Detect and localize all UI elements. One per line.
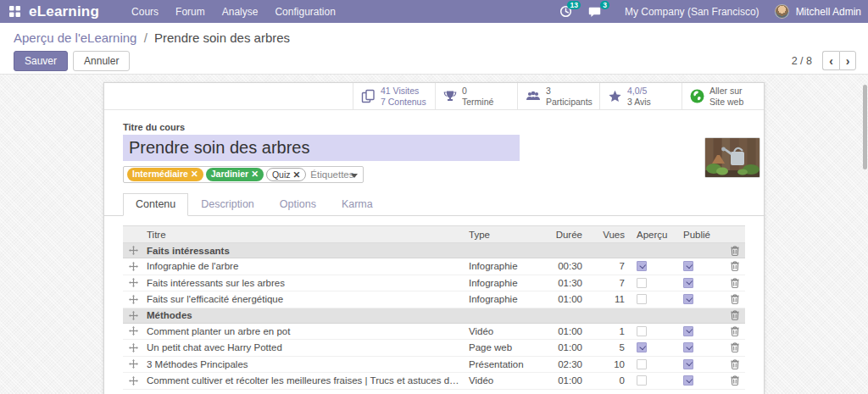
- drag-handle-icon[interactable]: [123, 343, 143, 352]
- published-checkbox[interactable]: [683, 278, 693, 288]
- cell-titre[interactable]: Comment planter un arbre en pot: [143, 326, 465, 336]
- published-checkbox[interactable]: [683, 326, 693, 336]
- drag-handle-icon[interactable]: [123, 311, 143, 320]
- tab-contenu[interactable]: Contenu: [123, 193, 188, 216]
- stat-button-users[interactable]: 3 Participants: [517, 83, 599, 109]
- stat-button-trophy[interactable]: 0 Terminé: [435, 83, 517, 109]
- preview-checkbox[interactable]: [637, 278, 647, 288]
- tab-karma[interactable]: Karma: [329, 193, 386, 216]
- delete-row-icon[interactable]: [725, 342, 745, 352]
- header-apercu: Aperçu: [632, 230, 678, 240]
- preview-checkbox[interactable]: [637, 326, 647, 336]
- tag-intermédiaire[interactable]: Intermédiaire✕: [127, 168, 203, 181]
- drag-handle-icon[interactable]: [123, 278, 143, 287]
- menu-cours[interactable]: Cours: [131, 6, 159, 18]
- stat-button-star[interactable]: 4,0/5 3 Avis: [599, 83, 682, 109]
- cell-duree[interactable]: 00:30: [537, 261, 589, 271]
- pager-next-button[interactable]: ›: [839, 51, 856, 70]
- tags-field[interactable]: Intermédiaire✕Jardinier✕Quiz✕ Étiquettes: [123, 166, 364, 183]
- cell-duree[interactable]: 01:00: [537, 326, 589, 336]
- activities-icon[interactable]: 13: [555, 4, 577, 19]
- cell-type[interactable]: Infographie: [465, 278, 537, 288]
- tab-description[interactable]: Description: [188, 193, 267, 216]
- drag-handle-icon[interactable]: [123, 295, 143, 304]
- messages-icon[interactable]: 3: [584, 4, 606, 19]
- menu-analyse[interactable]: Analyse: [222, 6, 259, 18]
- cell-duree[interactable]: 02:30: [537, 359, 589, 369]
- cell-vues[interactable]: 11: [589, 294, 632, 304]
- cell-type[interactable]: Présentation: [465, 359, 537, 369]
- preview-checkbox[interactable]: [637, 359, 647, 369]
- cell-type[interactable]: Page web: [465, 342, 537, 352]
- cell-titre[interactable]: Un petit chat avec Harry Potted: [143, 342, 465, 352]
- tab-options[interactable]: Options: [267, 193, 329, 216]
- cell-duree[interactable]: 01:00: [537, 294, 589, 304]
- cell-titre[interactable]: 3 Méthodes Principales: [143, 359, 465, 369]
- drag-handle-icon[interactable]: [123, 359, 143, 369]
- tag-remove-icon[interactable]: ✕: [293, 169, 301, 180]
- drag-handle-icon[interactable]: [123, 262, 143, 271]
- pager-previous-button[interactable]: ‹: [822, 51, 839, 70]
- published-checkbox[interactable]: [683, 342, 693, 352]
- menu-forum[interactable]: Forum: [175, 6, 205, 18]
- cell-type[interactable]: Infographie: [465, 261, 537, 271]
- published-checkbox[interactable]: [683, 375, 693, 386]
- cell-type[interactable]: Vidéo: [465, 375, 537, 386]
- tag-remove-icon[interactable]: ✕: [191, 169, 198, 179]
- delete-row-icon[interactable]: [725, 294, 745, 304]
- delete-row-icon[interactable]: [725, 326, 745, 336]
- apps-grid-icon[interactable]: [0, 6, 29, 17]
- stat-button-globe[interactable]: Aller sur Site web: [682, 83, 764, 109]
- course-title-input[interactable]: [123, 135, 520, 161]
- page-scrollbar-thumb[interactable]: [863, 85, 867, 169]
- cell-duree[interactable]: 01:30: [537, 278, 589, 288]
- delete-row-icon[interactable]: [725, 261, 745, 271]
- published-checkbox[interactable]: [683, 294, 693, 304]
- cell-titre[interactable]: Comment cultiver et récolter les meilleu…: [143, 375, 465, 386]
- section-title[interactable]: Méthodes: [143, 310, 725, 320]
- delete-row-icon[interactable]: [725, 278, 745, 288]
- cell-duree[interactable]: 01:00: [537, 342, 589, 352]
- course-cover-image[interactable]: [704, 137, 760, 178]
- breadcrumb-parent-link[interactable]: Aperçu de l'eLearning: [14, 31, 136, 45]
- save-button[interactable]: Sauver: [14, 51, 68, 71]
- tag-remove-icon[interactable]: ✕: [251, 169, 259, 179]
- delete-row-icon[interactable]: [725, 359, 745, 369]
- cell-vues[interactable]: 10: [589, 359, 632, 369]
- published-checkbox[interactable]: [683, 359, 693, 369]
- published-checkbox[interactable]: [683, 261, 693, 271]
- cell-vues[interactable]: 7: [589, 261, 632, 271]
- cell-vues[interactable]: 5: [589, 342, 632, 352]
- cell-type[interactable]: Infographie: [465, 294, 537, 304]
- drag-handle-icon[interactable]: [123, 376, 143, 386]
- cell-vues[interactable]: 0: [589, 375, 632, 386]
- cell-titre[interactable]: Faits sur l'efficacité énergétique: [143, 294, 465, 304]
- cell-vues[interactable]: 7: [589, 278, 632, 288]
- preview-checkbox[interactable]: [637, 342, 647, 352]
- cell-vues[interactable]: 1: [589, 326, 632, 336]
- app-brand[interactable]: eLearning: [29, 3, 99, 20]
- preview-checkbox[interactable]: [637, 375, 647, 386]
- tag-jardinier[interactable]: Jardinier✕: [206, 168, 264, 181]
- tag-quiz[interactable]: Quiz✕: [266, 168, 306, 181]
- user-avatar[interactable]: [775, 4, 789, 19]
- delete-row-icon[interactable]: [725, 375, 745, 386]
- drag-handle-icon[interactable]: [123, 326, 143, 336]
- delete-row-icon[interactable]: [725, 246, 745, 256]
- menu-configuration[interactable]: Configuration: [275, 6, 335, 18]
- company-switcher[interactable]: My Company (San Francisco): [625, 6, 760, 18]
- drag-handle-icon[interactable]: [123, 246, 143, 255]
- delete-row-icon[interactable]: [725, 310, 745, 320]
- cell-titre[interactable]: Faits intéressants sur les arbres: [143, 278, 465, 288]
- cell-type[interactable]: Vidéo: [465, 326, 537, 336]
- cell-duree[interactable]: 01:00: [537, 375, 589, 386]
- tags-dropdown-caret-icon[interactable]: [351, 174, 358, 178]
- preview-checkbox[interactable]: [637, 294, 647, 304]
- user-menu[interactable]: Mitchell Admin: [796, 6, 861, 18]
- globe-icon: [690, 89, 704, 103]
- stat-button-pages[interactable]: 41 Visites 7 Contenus: [353, 83, 435, 109]
- section-title[interactable]: Faits intéressants: [143, 246, 725, 256]
- cell-titre[interactable]: Infographie de l'arbre: [143, 261, 465, 271]
- discard-button[interactable]: Annuler: [73, 51, 130, 71]
- preview-checkbox[interactable]: [637, 261, 647, 271]
